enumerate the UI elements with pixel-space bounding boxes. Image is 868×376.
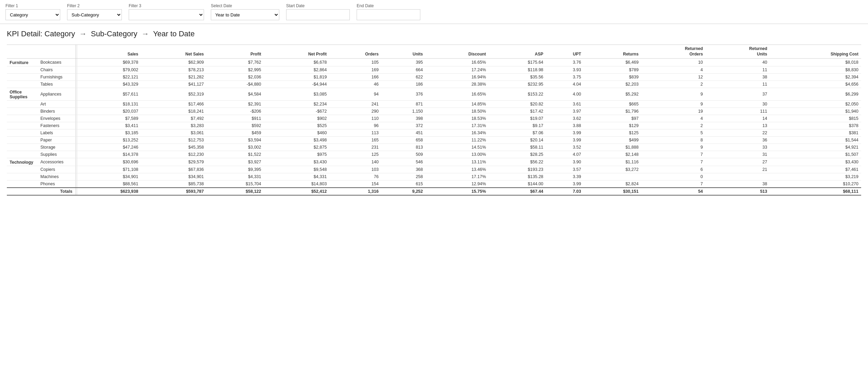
retUnits-cell: 37 (706, 88, 770, 101)
retUnits-cell: 22 (706, 129, 770, 137)
discount-cell: 17.24% (426, 66, 489, 74)
title-part2: Sub-Category (91, 29, 138, 38)
retUnits-cell: 21 (706, 166, 770, 173)
units-cell: 451 (381, 129, 425, 137)
netProfit-cell: $1,819 (264, 74, 330, 81)
table-row: Envelopes$7,589$7,492$911$90211039818.53… (7, 115, 861, 122)
retUnits-cell: 111 (706, 108, 770, 115)
retOrders-cell: 19 (641, 108, 706, 115)
category-cell (7, 66, 38, 74)
col-header-retunits: Returned Units (706, 45, 770, 59)
subcategory-cell: Art (38, 101, 75, 108)
profit-cell: -$4,880 (207, 81, 264, 88)
asp-cell: $9.17 (489, 122, 546, 129)
asp-cell: $17.42 (489, 108, 546, 115)
totals-upt: 7.03 (546, 188, 584, 195)
asp-cell: $19.07 (489, 115, 546, 122)
sales-cell: $20,037 (77, 108, 141, 115)
table-row: Copiers$71,108$67,836$9,395$9,5481033681… (7, 166, 861, 173)
netProfit-cell: $3,498 (264, 137, 330, 144)
retOrders-cell: 8 (641, 137, 706, 144)
asp-cell: $193.23 (489, 166, 546, 173)
netSales-cell: $52,319 (141, 88, 207, 101)
units-cell: 813 (381, 144, 425, 151)
col-header-profit: Profit (207, 45, 264, 59)
upt-cell: 3.99 (546, 129, 584, 137)
discount-cell: 14.51% (426, 144, 489, 151)
units-cell: 186 (381, 81, 425, 88)
sales-cell: $13,252 (77, 137, 141, 144)
subcategory-cell: Envelopes (38, 115, 75, 122)
netSales-cell: $12,753 (141, 137, 207, 144)
category-cell: Office Supplies (7, 88, 38, 101)
upt-cell: 3.97 (546, 108, 584, 115)
col-header-subcategory (38, 45, 75, 59)
totals-row: Totals$623,938$593,787$58,122$52,4121,31… (7, 188, 861, 195)
shippingCost-cell: $2,394 (770, 74, 861, 81)
sales-cell: $79,002 (77, 66, 141, 74)
retUnits-cell: 38 (706, 180, 770, 188)
units-cell: 871 (381, 101, 425, 108)
upt-cell: 3.75 (546, 74, 584, 81)
select-date-group: Select Date Year to Date (211, 3, 279, 20)
filter2-group: Filter 2 Sub-Category (67, 3, 122, 20)
end-date-input[interactable]: 1/26/2023 (357, 9, 420, 20)
retOrders-cell: 2 (641, 122, 706, 129)
subcategory-cell: Bookcases (38, 59, 75, 66)
returns-cell: $1,116 (584, 158, 641, 166)
col-header-asp: ASP (489, 45, 546, 59)
profit-cell: $4,584 (207, 88, 264, 101)
netProfit-cell: $460 (264, 129, 330, 137)
filter2-label: Filter 2 (67, 3, 122, 8)
returns-cell: $2,824 (584, 180, 641, 188)
table-row: TechnologyAccessories$30,696$29,579$3,92… (7, 158, 861, 166)
subcategory-cell: Paper (38, 137, 75, 144)
subcategory-cell: Appliances (38, 88, 75, 101)
netProfit-cell: $6,678 (264, 59, 330, 66)
totals-discount: 15.75% (426, 188, 489, 195)
upt-cell: 3.61 (546, 101, 584, 108)
returns-cell: $97 (584, 115, 641, 122)
upt-cell: 4.07 (546, 151, 584, 158)
shippingCost-cell: $378 (770, 122, 861, 129)
asp-cell: $144.00 (489, 180, 546, 188)
col-header-discount: Discount (426, 45, 489, 59)
sales-cell: $34,901 (77, 173, 141, 180)
netProfit-cell: -$4,944 (264, 81, 330, 88)
netProfit-cell: $902 (264, 115, 330, 122)
filter1-select[interactable]: Category (5, 9, 60, 20)
profit-cell: -$206 (207, 108, 264, 115)
netProfit-cell: $3,085 (264, 88, 330, 101)
table-row: Fasteners$3,411$3,283$592$5259637217.31%… (7, 122, 861, 129)
discount-cell: 13.00% (426, 151, 489, 158)
sales-cell: $57,611 (77, 88, 141, 101)
retOrders-cell: 7 (641, 151, 706, 158)
upt-cell: 3.62 (546, 115, 584, 122)
table-row: FurnitureBookcases$69,378$62,909$7,762$6… (7, 59, 861, 66)
sales-cell: $43,329 (77, 81, 141, 88)
shippingCost-cell: $3,219 (770, 173, 861, 180)
select-date-select[interactable]: Year to Date (211, 9, 279, 20)
filter3-select[interactable] (129, 9, 204, 20)
netSales-cell: $18,241 (141, 108, 207, 115)
netSales-cell: $17,466 (141, 101, 207, 108)
asp-cell: $58.11 (489, 144, 546, 151)
asp-cell: $56.22 (489, 158, 546, 166)
orders-cell: 241 (330, 101, 382, 108)
shippingCost-cell: $381 (770, 129, 861, 137)
discount-cell: 13.11% (426, 158, 489, 166)
retUnits-cell: 33 (706, 144, 770, 151)
upt-cell: 3.57 (546, 166, 584, 173)
retUnits-cell: 38 (706, 74, 770, 81)
units-cell: 258 (381, 173, 425, 180)
totals-label: Totals (7, 188, 75, 195)
totals-sales: $623,938 (77, 188, 141, 195)
retOrders-cell: 5 (641, 129, 706, 137)
col-header-category (7, 45, 38, 59)
filter2-select[interactable]: Sub-Category (67, 9, 122, 20)
sales-cell: $88,561 (77, 180, 141, 188)
orders-cell: 165 (330, 137, 382, 144)
table-row: Chairs$79,002$78,213$2,995$2,86416966417… (7, 66, 861, 74)
start-date-input[interactable]: 1/3/2019 (286, 9, 350, 20)
profit-cell: $9,395 (207, 166, 264, 173)
